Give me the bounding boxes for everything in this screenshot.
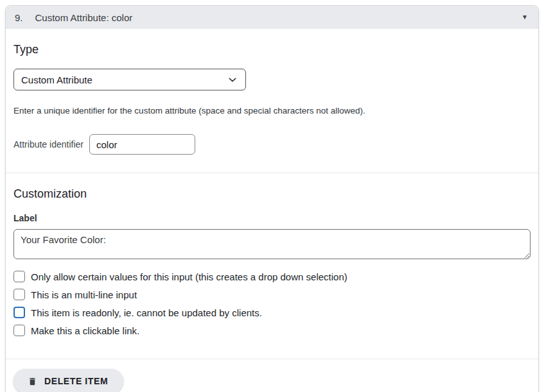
checkbox-dropdown-values[interactable] [13,271,25,282]
type-select-value: Custom Attribute [21,74,227,85]
checkbox-clickable-link-label: Make this a clickable link. [31,325,139,336]
chevron-down-icon [227,74,238,85]
customization-heading: Customization [13,187,531,201]
card-footer: DELETE ITEM [6,359,538,392]
caret-down-icon[interactable]: ▼ [522,14,528,21]
custom-attribute-card: 9. Custom Attribute: color ▼ Type Custom… [5,5,539,392]
checkbox-dropdown-values-label: Only allow certain values for this input… [31,271,347,282]
item-number: 9. [15,12,23,23]
checkbox-readonly[interactable] [13,307,25,318]
checkbox-multiline[interactable] [13,289,25,300]
delete-item-button[interactable]: DELETE ITEM [13,369,123,392]
type-select[interactable]: Custom Attribute [13,69,246,90]
label-heading: Label [13,213,531,223]
label-textarea[interactable]: Your Favorite Color: [13,229,531,259]
attribute-identifier-label: Attribute identifier [13,139,83,149]
identifier-helper-text: Enter a unique identifier for the custom… [13,106,531,115]
accordion-title: Custom Attribute: color [35,12,522,23]
type-section: Type Custom Attribute Enter a unique ide… [6,29,538,155]
checkbox-clickable-link[interactable] [13,325,25,336]
customization-section: Customization Label Your Favorite Color:… [6,173,538,359]
checkbox-row: Make this a clickable link. [13,325,531,336]
attribute-identifier-input[interactable] [89,134,195,155]
checkbox-multiline-label: This is an multi-line input [31,289,137,300]
accordion-header[interactable]: 9. Custom Attribute: color ▼ [6,6,538,29]
type-heading: Type [13,43,531,56]
checkbox-row: This item is readonly, ie. cannot be upd… [13,307,531,318]
checkbox-row: Only allow certain values for this input… [13,271,531,282]
attribute-identifier-row: Attribute identifier [13,134,531,155]
delete-item-label: DELETE ITEM [44,376,108,386]
trash-icon [28,377,37,386]
checkbox-readonly-label: This item is readonly, ie. cannot be upd… [31,307,262,318]
checkbox-row: This is an multi-line input [13,289,531,300]
